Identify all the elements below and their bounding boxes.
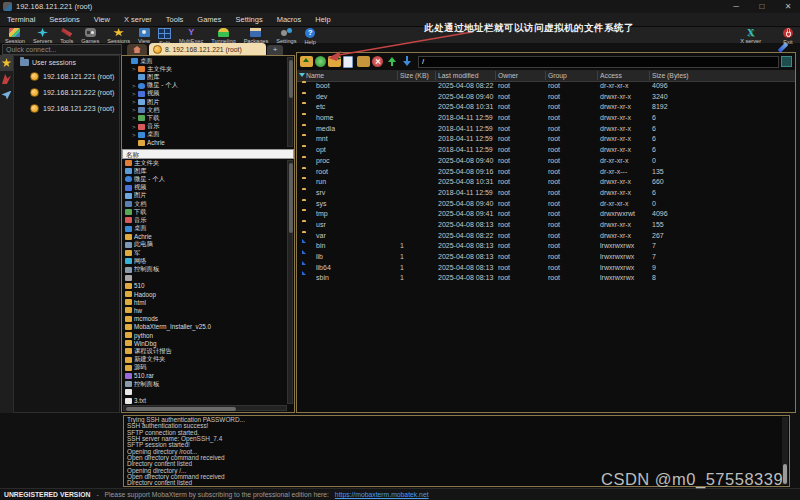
quick-connect-input[interactable] <box>2 44 122 55</box>
file-row-mnt[interactable]: mnt2018-04-11 12:59rootrootdrwxr-xr-x6 <box>297 134 795 145</box>
list-item-控制面板[interactable]: 控制面板 <box>122 380 287 388</box>
list-item-mcmods[interactable]: mcmods <box>122 315 287 323</box>
file-row-proc[interactable]: proc2025-04-08 09:40rootrootdr-xr-xr-x0 <box>297 156 795 167</box>
file-name: run <box>316 177 326 188</box>
file-row-home[interactable]: home2018-04-11 12:59rootrootdrwxr-xr-x6 <box>297 113 795 124</box>
minimize-button[interactable]: ─ <box>724 0 748 13</box>
file-row-root[interactable]: root2025-04-08 09:16rootrootdr-xr-x---13… <box>297 167 795 178</box>
maximize-button[interactable]: □ <box>750 0 774 13</box>
file-row-boot[interactable]: boot2025-04-08 08:22rootrootdr-xr-xr-x40… <box>297 81 795 92</box>
list-scrollbar-thumb[interactable] <box>289 163 293 233</box>
list-item-hadoop[interactable]: Hadoop <box>122 290 287 298</box>
menu-sessions[interactable]: Sessions <box>42 13 86 26</box>
list-item-文档[interactable]: 文档 <box>122 200 287 208</box>
list-item-hw[interactable]: hw <box>122 306 287 314</box>
file-row-srv[interactable]: srv2018-04-11 12:59rootrootdrwxr-xr-x6 <box>297 188 795 199</box>
file-row-var[interactable]: var2025-04-08 08:22rootrootdrwxr-xr-x267 <box>297 231 795 242</box>
file-row-run[interactable]: run2025-04-08 10:31rootrootdrwxr-xr-x660 <box>297 177 795 188</box>
star-icon <box>2 58 12 68</box>
file-row-media[interactable]: media2018-04-11 12:59rootrootdrwxr-xr-x6 <box>297 124 795 135</box>
file-bytes: 6 <box>652 134 656 145</box>
list-item-3-txt[interactable]: 3.txt <box>122 396 287 404</box>
column-header-access[interactable]: Access <box>600 70 622 81</box>
session-item-192-168-121-223-root[interactable]: 192.168.121.223 (root) <box>14 100 119 116</box>
file-row-tmp[interactable]: tmp2025-04-08 09:41rootrootdrwxrwxrwt409… <box>297 209 795 220</box>
folder-icon <box>125 324 132 330</box>
file-row-etc[interactable]: etc2025-04-08 10:31rootrootdrwxr-xr-x819… <box>297 102 795 113</box>
file-row-sbin[interactable]: sbin12025-04-08 08:13rootrootlrwxrwxrwx8 <box>297 273 795 284</box>
sidebar-tab-sessions[interactable] <box>0 55 13 71</box>
file-row-bin[interactable]: bin12025-04-08 08:13rootrootlrwxrwxrwx7 <box>297 241 795 252</box>
sessions-icon <box>113 28 124 37</box>
file-owner: root <box>498 199 510 210</box>
toolbar-button-exit[interactable]: Exit <box>779 27 797 45</box>
menu-view[interactable]: View <box>87 13 117 26</box>
session-item-192-168-121-222-root[interactable]: 192.168.121.222 (root) <box>14 84 119 100</box>
list-item-桌面[interactable]: 桌面 <box>122 225 287 233</box>
status-link[interactable]: https://mobaxterm.mobatek.net <box>335 491 429 498</box>
list-item-军[interactable]: 军 <box>122 249 287 257</box>
toolbar-button-x-server[interactable]: X server <box>736 27 765 45</box>
file-row-sys[interactable]: sys2025-04-08 09:40rootrootdr-xr-xr-x0 <box>297 199 795 210</box>
file-row-lib[interactable]: lib12025-04-08 08:13rootrootlrwxrwxrwx7 <box>297 252 795 263</box>
file-group: root <box>548 231 560 242</box>
menu-x-server[interactable]: X server <box>117 13 159 26</box>
address-dropdown-button[interactable] <box>781 56 792 67</box>
file-row-lib64[interactable]: lib6412025-04-08 08:13rootrootlrwxrwxrwx… <box>297 263 795 274</box>
ssh-session-icon <box>30 72 39 81</box>
column-header-last-modified[interactable]: Last modified <box>438 70 478 81</box>
local-list-header[interactable]: 名称 <box>122 149 294 159</box>
list-item-主文件夹[interactable]: 主文件夹 <box>122 159 287 167</box>
file-row-opt[interactable]: opt2018-04-11 12:59rootrootdrwxr-xr-x6 <box>297 145 795 156</box>
session-item-192-168-121-221-root[interactable]: 192.168.121.221 (root) <box>14 68 119 84</box>
file-row-usr[interactable]: usr2025-04-08 08:13rootrootdrwxr-xr-x155 <box>297 220 795 231</box>
list-scrollbar[interactable] <box>287 160 293 404</box>
close-button[interactable]: ✕ <box>776 0 800 13</box>
list-hscrollbar-thumb[interactable] <box>126 407 236 411</box>
folder-icon <box>125 348 132 354</box>
remote-file-browser: NameSize (KB)Last modifiedOwnerGroupAcce… <box>296 52 796 413</box>
list-item-控制面板[interactable]: 控制面板 <box>122 265 287 273</box>
tab-active-session[interactable]: 8. 192.168.121.221 (root) <box>149 43 266 55</box>
list-item-510[interactable]: 510 <box>122 282 287 290</box>
list-item-此电脑[interactable]: 此电脑 <box>122 241 287 249</box>
list-item-unnamed[interactable] <box>122 388 287 396</box>
sidebar-tab-macros[interactable] <box>0 87 13 103</box>
list-item-html[interactable]: html <box>122 298 287 306</box>
column-header-owner[interactable]: Owner <box>498 70 518 81</box>
list-item-label: 源码 <box>134 363 147 372</box>
file-row-dev[interactable]: dev2025-04-08 09:40rootrootdrwxr-xr-x324… <box>297 92 795 103</box>
file-size-kb: 1 <box>400 273 404 284</box>
menu-games[interactable]: Games <box>190 13 228 26</box>
tree-scrollbar-thumb[interactable] <box>289 60 293 98</box>
tree-scrollbar[interactable] <box>287 57 293 147</box>
list-item-python[interactable]: python <box>122 331 287 339</box>
toolbar-button-settings[interactable]: Settings <box>272 27 300 46</box>
file-name: usr <box>316 220 326 231</box>
home-icon <box>133 46 141 53</box>
list-item-新建文件夹[interactable]: 新建文件夹 <box>122 356 287 364</box>
list-hscrollbar[interactable] <box>123 405 287 411</box>
tree-item-achrie[interactable]: Achrie <box>122 139 287 147</box>
file-access: dr-xr-xr-x <box>600 199 628 210</box>
tree-item-桌面[interactable]: >桌面 <box>122 131 287 139</box>
user-sessions-root[interactable]: User sessions <box>14 56 119 68</box>
column-header-size-bytes[interactable]: Size (Bytes) <box>652 70 689 81</box>
list-item-源码[interactable]: 源码 <box>122 364 287 372</box>
new-tab-button[interactable]: + <box>267 45 283 55</box>
tab-home[interactable] <box>127 44 147 55</box>
list-item-unnamed[interactable] <box>122 274 287 282</box>
column-header-size-kb[interactable]: Size (KB) <box>400 70 429 81</box>
sidebar-tab-tools[interactable] <box>0 71 13 87</box>
column-header-name[interactable]: Name <box>306 70 324 81</box>
menu-settings[interactable]: Settings <box>229 13 270 26</box>
log-scrollbar-thumb[interactable] <box>783 464 787 484</box>
file-access: dr-xr-x--- <box>600 167 627 178</box>
list-item-mobaxterm-installer-v25-0[interactable]: MobaXterm_Installer_v25.0 <box>122 323 287 331</box>
menu-terminal[interactable]: Terminal <box>0 13 42 26</box>
list-item-图片[interactable]: 图片 <box>122 192 287 200</box>
document-icon <box>125 201 132 207</box>
file-name: tmp <box>316 209 328 220</box>
menu-tools[interactable]: Tools <box>159 13 191 26</box>
column-header-group[interactable]: Group <box>548 70 567 81</box>
